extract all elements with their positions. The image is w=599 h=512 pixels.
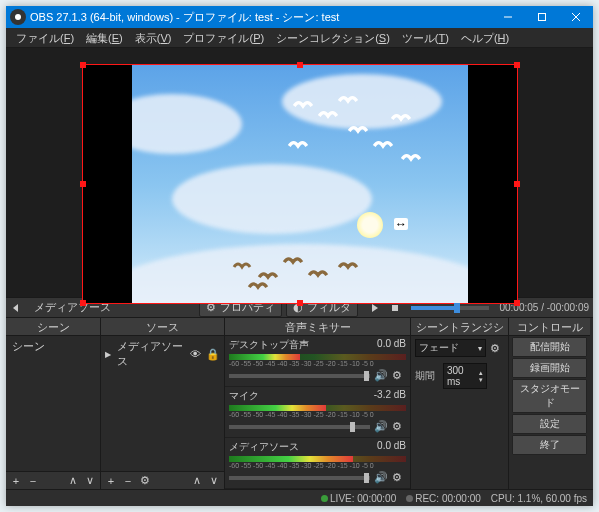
scene-item[interactable]: シーン — [6, 336, 100, 357]
mixer-channel: メディアソース0.0 dB-60 -55 -50 -45 -40 -35 -30… — [225, 438, 410, 489]
prev-source-button[interactable] — [7, 299, 25, 317]
volume-slider[interactable] — [229, 374, 370, 378]
mixer-channel-db: 0.0 dB — [377, 338, 406, 352]
transition-settings-button[interactable]: ⚙ — [490, 342, 504, 355]
menu-h[interactable]: ヘルプ(H) — [455, 28, 515, 48]
mixer-channel-name: メディアソース — [229, 440, 299, 454]
mixer-panel: 音声ミキサー デスクトップ音声0.0 dB-60 -55 -50 -45 -40… — [224, 318, 410, 489]
mixer-ticks: -60 -55 -50 -45 -40 -35 -30 -25 -20 -15 … — [229, 411, 406, 418]
scenes-header: シーン — [6, 318, 100, 336]
status-rec: REC: 00:00:00 — [406, 493, 481, 504]
statusbar: LIVE: 00:00:00 REC: 00:00:00 CPU: 1.1%, … — [6, 489, 593, 506]
media-seek-slider[interactable] — [411, 306, 489, 310]
svg-rect-1 — [539, 14, 546, 21]
menu-f[interactable]: ファイル(F) — [10, 28, 80, 48]
visibility-toggle[interactable]: 👁 — [188, 348, 202, 360]
maximize-button[interactable] — [525, 6, 559, 28]
source-video[interactable]: ↔ — [132, 64, 468, 304]
menu-t[interactable]: ツール(T) — [396, 28, 455, 48]
scene-add-button[interactable]: + — [8, 474, 24, 488]
status-cpu: CPU: 1.1%, 60.00 fps — [491, 493, 587, 504]
control-button[interactable]: 設定 — [512, 414, 587, 434]
control-button[interactable]: 配信開始 — [512, 337, 587, 357]
scene-down-button[interactable]: ∨ — [82, 474, 98, 488]
scenes-panel: シーン シーン + − ∧ ∨ — [6, 318, 100, 489]
status-live: LIVE: 00:00:00 — [321, 493, 396, 504]
menu-s[interactable]: シーンコレクション(S) — [270, 28, 396, 48]
transition-duration-label: 期間 — [415, 369, 439, 383]
caret-icon: ▶ — [105, 350, 113, 359]
mute-button[interactable]: 🔊 — [374, 420, 388, 433]
minimize-button[interactable] — [491, 6, 525, 28]
mixer-channel-name: デスクトップ音声 — [229, 338, 309, 352]
svg-marker-4 — [13, 304, 18, 312]
mute-button[interactable]: 🔊 — [374, 369, 388, 382]
channel-settings-button[interactable]: ⚙ — [392, 471, 406, 484]
channel-settings-button[interactable]: ⚙ — [392, 420, 406, 433]
resize-cursor-icon: ↔ — [394, 218, 408, 230]
mixer-channel: マイク-3.2 dB-60 -55 -50 -45 -40 -35 -30 -2… — [225, 387, 410, 438]
channel-settings-button[interactable]: ⚙ — [392, 369, 406, 382]
source-props-button[interactable]: ⚙ — [137, 474, 153, 488]
mixer-ticks: -60 -55 -50 -45 -40 -35 -30 -25 -20 -15 … — [229, 462, 406, 469]
volume-slider[interactable] — [229, 476, 370, 480]
mute-button[interactable]: 🔊 — [374, 471, 388, 484]
mixer-header: 音声ミキサー — [225, 318, 410, 336]
mixer-channel: デスクトップ音声0.0 dB-60 -55 -50 -45 -40 -35 -3… — [225, 336, 410, 387]
menu-e[interactable]: 編集(E) — [80, 28, 129, 48]
spinner-icon: ▴▾ — [479, 369, 483, 383]
volume-slider[interactable] — [229, 425, 370, 429]
menu-p[interactable]: プロファイル(P) — [177, 28, 270, 48]
source-down-button[interactable]: ∨ — [206, 474, 222, 488]
titlebar: OBS 27.1.3 (64-bit, windows) - プロファイル: t… — [6, 6, 593, 28]
svg-marker-5 — [372, 304, 378, 312]
mixer-channel-db: -3.2 dB — [374, 389, 406, 403]
transitions-panel: シーントランジション フェード▾ ⚙ 期間 300 ms▴▾ — [410, 318, 508, 489]
svg-rect-6 — [392, 305, 398, 311]
close-button[interactable] — [559, 6, 593, 28]
control-button[interactable]: 録画開始 — [512, 358, 587, 378]
control-button[interactable]: スタジオモード — [512, 379, 587, 413]
menu-v[interactable]: 表示(V) — [129, 28, 178, 48]
app-logo — [10, 9, 26, 25]
mixer-channel-name: マイク — [229, 389, 259, 403]
window-title: OBS 27.1.3 (64-bit, windows) - プロファイル: t… — [30, 10, 491, 25]
sources-header: ソース — [101, 318, 224, 336]
scene-up-button[interactable]: ∧ — [65, 474, 81, 488]
chevron-down-icon: ▾ — [478, 344, 482, 353]
transitions-header: シーントランジション — [411, 318, 508, 336]
sun-graphic — [357, 212, 383, 238]
controls-panel: コントロール 配信開始録画開始スタジオモード設定終了 — [508, 318, 590, 489]
control-button[interactable]: 終了 — [512, 435, 587, 455]
controls-header: コントロール — [509, 318, 590, 336]
lock-toggle[interactable]: 🔒 — [206, 348, 220, 361]
source-item[interactable]: ▶メディアソース👁🔒 — [101, 336, 224, 372]
mixer-channel-db: 0.0 dB — [377, 440, 406, 454]
menubar: ファイル(F)編集(E)表示(V)プロファイル(P)シーンコレクション(S)ツー… — [6, 28, 593, 48]
transition-duration-input[interactable]: 300 ms▴▾ — [443, 363, 487, 389]
preview-area[interactable]: ↔ — [6, 48, 593, 297]
source-add-button[interactable]: + — [103, 474, 119, 488]
source-remove-button[interactable]: − — [120, 474, 136, 488]
mixer-ticks: -60 -55 -50 -45 -40 -35 -30 -25 -20 -15 … — [229, 360, 406, 367]
source-up-button[interactable]: ∧ — [189, 474, 205, 488]
scene-remove-button[interactable]: − — [25, 474, 41, 488]
transition-select[interactable]: フェード▾ — [415, 339, 486, 357]
sources-panel: ソース ▶メディアソース👁🔒 + − ⚙ ∧ ∨ — [100, 318, 224, 489]
